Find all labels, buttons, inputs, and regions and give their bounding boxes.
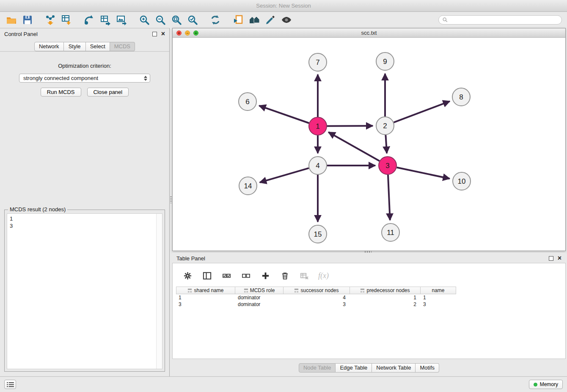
cell-shared-name[interactable]: 1	[176, 294, 235, 301]
show-column-panel-button[interactable]	[201, 270, 212, 281]
float-panel-icon[interactable]	[152, 32, 157, 36]
memory-button[interactable]: Memory	[529, 380, 563, 389]
close-table-panel-icon[interactable]: ×	[558, 255, 561, 261]
load-network-button[interactable]	[81, 13, 97, 27]
node-7[interactable]: 7	[309, 53, 327, 71]
import-table-file-button[interactable]	[58, 13, 74, 27]
edge-2-8[interactable]	[394, 101, 450, 122]
node-table: shared name MCDS role successor nodes pr…	[176, 287, 565, 308]
select-all-columns-button[interactable]	[221, 270, 232, 281]
control-panel-tabs: Network Style Select MCDS	[0, 39, 169, 52]
cell-name[interactable]: 3	[421, 301, 456, 308]
cell-predecessor-nodes[interactable]: 1	[350, 294, 421, 301]
result-scrollbar[interactable]	[156, 214, 162, 369]
show-panels-button[interactable]	[4, 380, 16, 389]
cell-name[interactable]: 1	[421, 294, 456, 301]
float-table-panel-icon[interactable]	[549, 256, 553, 261]
open-folder-icon	[6, 14, 17, 25]
search-input[interactable]	[450, 17, 558, 23]
close-panel-icon[interactable]: ×	[161, 31, 165, 37]
run-mcds-button[interactable]: Run MCDS	[41, 88, 81, 97]
edge-3-10[interactable]	[397, 168, 450, 179]
node-label: 15	[314, 230, 322, 238]
node-15[interactable]: 15	[309, 225, 327, 243]
add-column-button[interactable]	[260, 270, 271, 281]
optimization-criterion-select[interactable]: strongly connected component	[19, 74, 150, 83]
table-row[interactable]: 3 dominator 3 2 3	[176, 301, 565, 308]
control-panel: Control Panel × Network Style Select MCD…	[0, 28, 170, 377]
cell-successor-nodes[interactable]: 3	[284, 301, 350, 308]
close-panel-button[interactable]: Close panel	[87, 88, 129, 97]
column-header-mcds-role[interactable]: MCDS role	[235, 287, 284, 294]
tab-node-table[interactable]: Node Table	[299, 363, 336, 373]
cell-mcds-role[interactable]: dominator	[235, 301, 284, 308]
close-window-button[interactable]: ×	[176, 30, 182, 36]
delete-table-button[interactable]	[299, 270, 310, 281]
edge-2-3[interactable]	[385, 135, 387, 153]
show-hide-button[interactable]	[278, 13, 295, 27]
save-session-button[interactable]	[19, 13, 36, 27]
node-4[interactable]: 4	[309, 157, 327, 174]
node-3[interactable]: 3	[379, 157, 396, 174]
network-canvas[interactable]: 7968124314101511	[173, 38, 565, 251]
delete-table-icon	[300, 271, 309, 280]
zoom-selected-button[interactable]	[184, 13, 201, 27]
minimize-window-button[interactable]: –	[185, 30, 190, 36]
node-6[interactable]: 6	[239, 93, 256, 110]
delete-columns-button[interactable]	[279, 270, 290, 281]
node-10[interactable]: 10	[453, 172, 471, 190]
trash-icon	[281, 271, 289, 280]
tab-mcds[interactable]: MCDS	[110, 42, 135, 51]
edge-4-14[interactable]	[260, 168, 309, 182]
zoom-out-icon	[155, 14, 166, 25]
column-header-predecessor-nodes[interactable]: predecessor nodes	[350, 287, 421, 294]
zoom-in-button[interactable]	[136, 13, 152, 27]
node-label: 2	[383, 122, 387, 130]
refresh-view-button[interactable]	[207, 13, 223, 27]
duplicate-network-button[interactable]	[230, 13, 246, 27]
network-window-titlebar: × – + scc.txt	[173, 28, 565, 38]
node-label: 7	[316, 58, 319, 66]
table-settings-button[interactable]	[182, 270, 193, 281]
unselect-all-columns-button[interactable]	[240, 270, 251, 281]
column-header-successor-nodes[interactable]: successor nodes	[284, 287, 350, 294]
zoom-in-icon	[139, 14, 150, 25]
export-table-button[interactable]	[97, 13, 113, 27]
cell-predecessor-nodes[interactable]: 2	[350, 301, 421, 308]
node-2[interactable]: 2	[376, 117, 394, 135]
tab-motifs[interactable]: Motifs	[416, 363, 439, 373]
zoom-out-button[interactable]	[152, 13, 168, 27]
tab-network[interactable]: Network	[34, 42, 64, 51]
tab-select[interactable]: Select	[86, 42, 110, 51]
node-11[interactable]: 11	[382, 224, 399, 241]
column-header-shared-name[interactable]: shared name	[176, 287, 235, 294]
search-box[interactable]	[438, 15, 562, 25]
cell-shared-name[interactable]: 3	[176, 301, 235, 308]
edge-3-11[interactable]	[388, 175, 390, 220]
column-header-name[interactable]: name	[421, 287, 456, 294]
table-row[interactable]: 1 dominator 4 1 1	[176, 294, 565, 301]
tab-style[interactable]: Style	[64, 42, 86, 51]
export-image-button[interactable]	[113, 13, 129, 27]
cell-mcds-role[interactable]: dominator	[235, 294, 284, 301]
node-1[interactable]: 1	[309, 117, 327, 135]
tab-network-table[interactable]: Network Table	[372, 363, 416, 373]
function-builder-button[interactable]: f(x)	[318, 270, 329, 281]
edge-3-1[interactable]	[328, 132, 380, 161]
node-8[interactable]: 8	[452, 88, 470, 106]
edge-1-6[interactable]	[259, 106, 309, 123]
node-14[interactable]: 14	[239, 177, 257, 195]
tab-edge-table[interactable]: Edge Table	[336, 363, 372, 373]
apply-visual-style-button[interactable]	[262, 13, 278, 27]
cell-successor-nodes[interactable]: 4	[284, 294, 350, 301]
import-network-file-button[interactable]	[42, 13, 58, 27]
zoom-window-button[interactable]: +	[193, 30, 198, 36]
node-9[interactable]: 9	[376, 52, 394, 70]
window-titlebar: Session: New Session	[0, 0, 567, 12]
edge-1-2[interactable]	[327, 126, 373, 126]
open-session-button[interactable]	[3, 13, 19, 27]
zoom-fit-button[interactable]	[168, 13, 184, 27]
network-overview-button[interactable]	[246, 13, 262, 27]
mcds-result-box: MCDS result (2 nodes) 1 3	[4, 210, 165, 372]
mcds-result-list[interactable]: 1 3	[7, 213, 162, 369]
